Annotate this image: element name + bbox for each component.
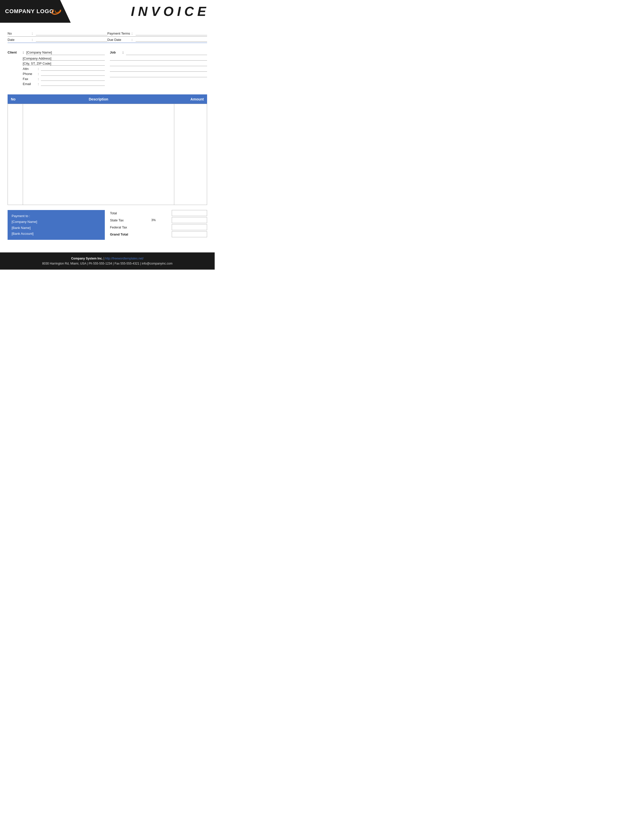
totals-row-grand-total: Grand Total xyxy=(110,231,207,237)
meta-row-2: Date : Due Date : xyxy=(8,37,207,43)
client-city-row: [City, ST, ZIP Code] xyxy=(8,61,105,66)
meta-payment-terms-colon: : xyxy=(132,32,133,35)
meta-no-colon: : xyxy=(32,32,33,35)
client-attn-value xyxy=(41,67,105,71)
meta-due-date-label: Due Date xyxy=(107,38,130,42)
job-extra-lines xyxy=(110,56,207,77)
client-phone-label: Phone xyxy=(23,72,38,76)
client-header: Client : [Company Name] xyxy=(8,50,105,55)
totals-federal-tax-value xyxy=(172,224,207,230)
totals-row-total: Total xyxy=(110,210,207,216)
col-header-amount: Amount xyxy=(174,95,207,104)
meta-no-value xyxy=(36,31,107,35)
totals-state-tax-value xyxy=(172,217,207,223)
client-fax-row: Fax : xyxy=(8,77,105,81)
totals-state-tax-label: State Tax xyxy=(110,218,135,222)
invoice-title: INVOICE xyxy=(131,4,209,19)
totals-state-tax-pct: 3% xyxy=(151,218,156,222)
logo-block: COMPANY LOGO xyxy=(0,0,71,23)
client-phone-colon: : xyxy=(38,72,39,76)
client-email-label: Email xyxy=(23,82,38,86)
job-extra-line-1 xyxy=(110,56,207,61)
meta-due-date-colon: : xyxy=(132,38,133,42)
client-fax-value xyxy=(41,77,105,81)
client-address-row: [Company Address] xyxy=(8,56,105,61)
meta-payment-terms-label: Payment Terms xyxy=(107,32,130,35)
job-colon: : xyxy=(122,50,124,54)
client-block: Client : [Company Name] [Company Address… xyxy=(8,50,105,87)
table-row xyxy=(8,104,207,205)
client-fax-colon: : xyxy=(38,77,39,81)
meta-row-1: No : Payment Terms : xyxy=(8,30,207,37)
client-email-colon: : xyxy=(38,82,39,86)
meta-no-label: No xyxy=(8,32,30,35)
client-attn-label: Attn xyxy=(23,67,38,71)
totals-block: Total State Tax 3% Federal Tax Grand Tot… xyxy=(110,210,207,240)
job-extra-line-4 xyxy=(110,73,207,77)
logo-swirl-icon xyxy=(52,8,61,15)
meta-no: No : xyxy=(8,31,107,35)
job-extra-line-3 xyxy=(110,68,207,72)
client-company-address: [Company Address] xyxy=(23,56,105,61)
table-body xyxy=(8,104,207,205)
client-city-state-zip: [City, ST, ZIP Code] xyxy=(23,61,105,66)
company-logo-text: COMPANY LOGO xyxy=(5,8,54,14)
payment-account: [Bank Account] xyxy=(11,231,101,236)
job-extra-line-2 xyxy=(110,62,207,66)
job-value xyxy=(126,50,207,55)
client-attn-colon: : xyxy=(38,67,39,71)
payment-bank: [Bank Name] xyxy=(11,225,101,231)
footer-website[interactable]: http://freewordtemplates.net/ xyxy=(105,257,143,260)
invoice-title-block: INVOICE xyxy=(71,0,215,23)
totals-grand-total-value xyxy=(172,231,207,237)
col-header-description: Description xyxy=(23,95,174,104)
totals-row-federal-tax: Federal Tax xyxy=(110,224,207,230)
meta-due-date: Due Date : xyxy=(107,38,207,42)
payment-title: Payment to : xyxy=(11,213,101,219)
totals-row-state-tax: State Tax 3% xyxy=(110,217,207,223)
client-phone-value xyxy=(41,72,105,76)
client-label: Client xyxy=(8,50,23,54)
totals-total-label: Total xyxy=(110,211,135,215)
job-label: Job xyxy=(110,50,122,54)
meta-section: No : Payment Terms : Date : Due Date : xyxy=(0,28,215,45)
meta-payment-terms-value xyxy=(135,31,207,35)
meta-due-date-value xyxy=(135,38,207,42)
table-cell-amount xyxy=(174,104,207,205)
client-email-value xyxy=(41,82,105,86)
totals-total-value xyxy=(172,210,207,216)
payment-company: [Company Name] xyxy=(11,219,101,225)
client-phone-row: Phone : xyxy=(8,72,105,76)
totals-grand-total-label: Grand Total xyxy=(110,233,135,236)
client-attn-row: Attn : xyxy=(8,67,105,71)
payment-block: Payment to : [Company Name] [Bank Name] … xyxy=(8,210,105,240)
job-header: Job : xyxy=(110,50,207,55)
table-header-row: No Description Amount xyxy=(8,95,207,104)
client-company-name: [Company Name] xyxy=(26,50,105,55)
table-cell-no xyxy=(8,104,23,205)
col-header-no: No xyxy=(8,95,23,104)
footer-company: Company System Inc. xyxy=(71,257,103,260)
client-email-row: Email : xyxy=(8,82,105,86)
totals-federal-tax-label: Federal Tax xyxy=(110,225,135,229)
footer: Company System Inc. | http://freewordtem… xyxy=(0,252,215,270)
meta-date-value xyxy=(36,38,107,42)
client-fax-label: Fax xyxy=(23,77,38,81)
meta-date-colon: : xyxy=(32,38,33,42)
invoice-table: No Description Amount xyxy=(8,95,207,205)
meta-date-label: Date xyxy=(8,38,30,42)
table-header: No Description Amount xyxy=(8,95,207,104)
meta-payment-terms: Payment Terms : xyxy=(107,31,207,35)
table-cell-description xyxy=(23,104,174,205)
footer-line-2: 8030 Harrington Rd, Miami, USA | Ph 555-… xyxy=(5,261,209,266)
job-block: Job : xyxy=(110,50,207,87)
meta-date: Date : xyxy=(8,38,107,42)
page-header: COMPANY LOGO INVOICE xyxy=(0,0,215,23)
client-colon: : xyxy=(23,50,24,54)
client-job-section: Client : [Company Name] [Company Address… xyxy=(0,48,215,92)
bottom-section: Payment to : [Company Name] [Bank Name] … xyxy=(0,210,215,245)
footer-line-1: Company System Inc. | http://freewordtem… xyxy=(5,256,209,261)
